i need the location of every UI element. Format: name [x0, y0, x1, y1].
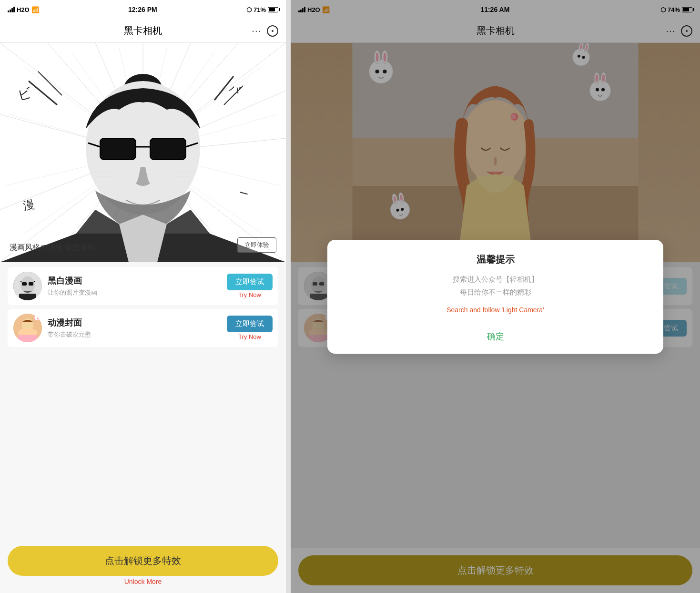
svg-rect-64: [18, 335, 37, 342]
thumb-girl-svg: [13, 314, 42, 342]
more-icon[interactable]: ···: [252, 25, 261, 36]
feature-thumb-cover: [13, 314, 42, 342]
try-now-btn-cover[interactable]: 立即尝试: [227, 316, 273, 332]
unlock-btn-left[interactable]: 点击解锁更多特效: [8, 546, 278, 576]
dialog-annotation: Search and follow 'Light Camera': [446, 305, 544, 315]
try-now-label-manga: Try Now: [238, 291, 261, 298]
try-now-label-cover: Try Now: [238, 333, 261, 340]
thumb-manga-svg: [13, 272, 42, 300]
dialog-body: 搜索进入公众号【轻相机】 每日给你不一样的精彩: [453, 273, 538, 298]
dialog-line1: 搜索进入公众号【轻相机】: [453, 275, 538, 283]
svg-text:漫: 漫: [22, 197, 35, 212]
svg-rect-37: [100, 138, 136, 160]
wifi-icon: 📶: [31, 6, 39, 13]
status-right: ⬡ 71%: [246, 6, 278, 13]
status-bar-left: H2O 📶 12:26 PM ⬡ 71%: [0, 0, 286, 19]
battery-label: 71%: [254, 6, 266, 13]
feature-item-manga: 黑白漫画 让你的照片变漫画 立即尝试 Try Now: [8, 267, 278, 305]
unlock-more-label: Unlock More: [124, 578, 162, 585]
dialog-title: 温馨提示: [477, 253, 515, 266]
viewfinder-icon[interactable]: [267, 25, 278, 37]
hero-text: 漫画风格の滤镜 破壁体验: [10, 243, 95, 253]
feature-info-cover: 动漫封面 带你击破次元壁: [48, 317, 221, 339]
feature-desc-cover: 带你击破次元壁: [48, 330, 221, 339]
dialog-divider: [339, 322, 651, 322]
manga-thumb-img: [13, 272, 42, 300]
dialog-confirm-btn[interactable]: 确定: [477, 329, 514, 344]
feature-info-manga: 黑白漫画 让你的照片变漫画: [48, 275, 221, 297]
svg-rect-58: [22, 282, 27, 286]
svg-rect-59: [29, 282, 33, 286]
header-icons-left: ···: [252, 25, 278, 37]
dialog-box: 温馨提示 搜索进入公众号【轻相机】 每日给你不一样的精彩 Search and …: [327, 240, 663, 354]
carrier-label: H2O: [17, 6, 30, 13]
try-now-btn-manga[interactable]: 立即尝试: [227, 274, 273, 290]
svg-point-65: [34, 315, 40, 320]
feature-title-cover: 动漫封面: [48, 317, 221, 328]
app-title-left: 黑卡相机: [124, 24, 162, 37]
feature-list-left: 黑白漫画 让你的照片变漫画 立即尝试 Try Now: [0, 262, 286, 538]
time-label: 12:26 PM: [128, 6, 157, 13]
svg-rect-38: [150, 138, 186, 160]
svg-point-66: [37, 317, 39, 319]
girl-thumb-img: [13, 314, 42, 342]
battery-icon: [268, 7, 278, 12]
feature-desc-manga: 让你的照片变漫画: [48, 288, 221, 297]
manga-svg: ビ バ 漫 ー: [0, 43, 286, 262]
location-icon: ⬡: [246, 6, 252, 13]
unlock-section-left: 点击解锁更多特效 Unlock More: [0, 538, 286, 593]
feature-title-manga: 黑白漫画: [48, 275, 221, 286]
feature-btn-wrap-manga: 立即尝试 Try Now: [227, 274, 273, 298]
dialog-line2: 每日给你不一样的精彩: [460, 288, 531, 296]
hero-btn[interactable]: 立即体验: [237, 237, 276, 253]
status-left: H2O 📶: [8, 6, 39, 13]
feature-thumb-manga: [13, 272, 42, 300]
dialog-overlay: 温馨提示 搜索进入公众号【轻相机】 每日给你不一样的精彩 Search and …: [291, 0, 700, 593]
hero-image-left: ビ バ 漫 ー 漫: [0, 43, 286, 262]
feature-btn-wrap-cover: 立即尝试 Try Now: [227, 316, 273, 340]
app-header-left: 黑卡相机 ···: [0, 19, 286, 43]
right-phone: H2O 📶 11:26 AM ⬡ 74% 黑卡相机 ···: [291, 0, 700, 593]
svg-rect-60: [19, 294, 36, 300]
feature-item-cover: 动漫封面 带你击破次元壁 立即尝试 Try Now: [8, 309, 278, 347]
manga-bg: ビ バ 漫 ー 漫: [0, 43, 286, 262]
left-phone: H2O 📶 12:26 PM ⬡ 71% 黑卡相机 ···: [0, 0, 286, 593]
signal-icon: [8, 7, 15, 12]
hero-overlay: 漫画风格の滤镜 破壁体验 立即体验: [10, 237, 276, 253]
